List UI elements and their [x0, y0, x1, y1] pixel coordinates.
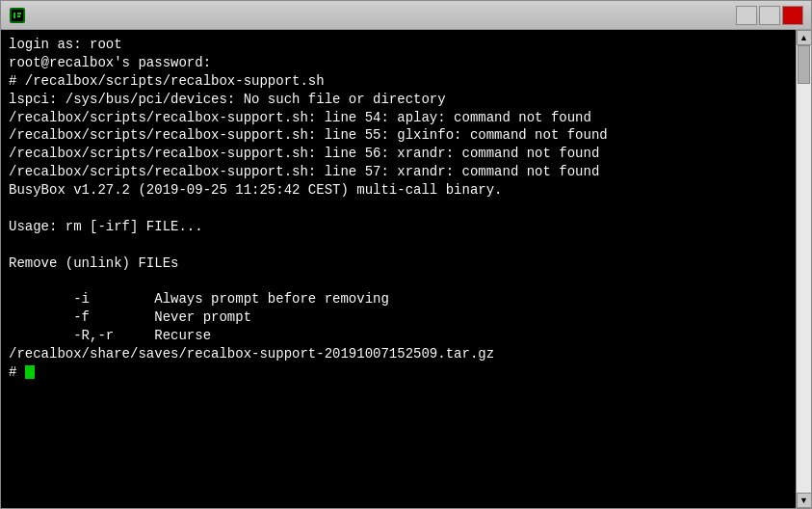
terminal-container: login as: rootroot@recalbox's password:#… — [1, 30, 811, 508]
terminal-line: BusyBox v1.27.2 (2019-09-25 11:25:42 CES… — [9, 181, 788, 200]
scrollbar[interactable]: ▲ ▼ — [796, 30, 811, 508]
terminal-screen[interactable]: login as: rootroot@recalbox's password:#… — [1, 30, 796, 508]
terminal-cursor — [25, 365, 35, 379]
restore-button[interactable] — [759, 6, 780, 25]
terminal-line: Usage: rm [-irf] FILE... — [9, 218, 788, 236]
titlebar-left — [9, 7, 32, 24]
svg-rect-2 — [13, 13, 15, 18]
scrollbar-thumb[interactable] — [798, 45, 810, 84]
putty-icon — [9, 7, 26, 24]
terminal-line: -f Never prompt — [9, 308, 788, 327]
titlebar — [1, 1, 811, 30]
svg-rect-3 — [17, 13, 21, 14]
minimize-button[interactable] — [736, 6, 757, 25]
terminal-line: /recalbox/scripts/recalbox-support.sh: l… — [9, 163, 788, 181]
terminal-line: /recalbox/share/saves/recalbox-support-2… — [9, 345, 788, 363]
scroll-up-arrow[interactable]: ▲ — [797, 30, 812, 45]
terminal-line — [9, 200, 788, 218]
putty-window: login as: rootroot@recalbox's password:#… — [0, 0, 812, 509]
titlebar-controls — [736, 6, 803, 25]
terminal-line — [9, 236, 788, 254]
terminal-line: /recalbox/scripts/recalbox-support.sh: l… — [9, 126, 788, 145]
svg-rect-4 — [17, 15, 20, 17]
terminal-line: root@recalbox's password: — [9, 54, 788, 72]
terminal-prompt-line: # — [9, 363, 788, 382]
terminal-line: /recalbox/scripts/recalbox-support.sh: l… — [9, 109, 788, 127]
terminal-line: # /recalbox/scripts/recalbox-support.sh — [9, 72, 788, 91]
scrollbar-track[interactable] — [797, 45, 811, 493]
terminal-line — [9, 273, 788, 291]
terminal-line: Remove (unlink) FILEs — [9, 254, 788, 273]
terminal-line: -i Always prompt before removing — [9, 290, 788, 308]
scroll-down-arrow[interactable]: ▼ — [797, 493, 812, 508]
terminal-line: -R,-r Recurse — [9, 327, 788, 345]
terminal-line: lspci: /sys/bus/pci/devices: No such fil… — [9, 91, 788, 109]
terminal-line: # — [9, 363, 25, 382]
close-button[interactable] — [782, 6, 803, 25]
terminal-line: login as: root — [9, 36, 788, 54]
terminal-line: /recalbox/scripts/recalbox-support.sh: l… — [9, 145, 788, 163]
